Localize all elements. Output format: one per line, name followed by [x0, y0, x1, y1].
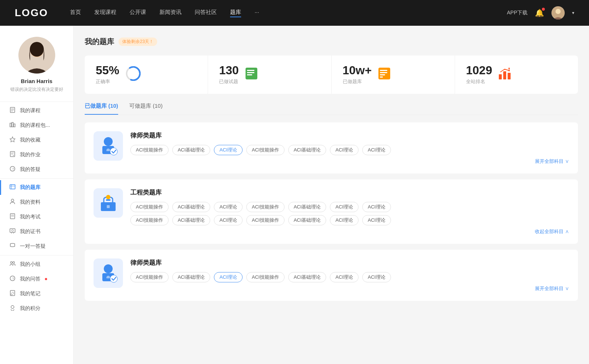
svg-point-61	[104, 264, 113, 273]
course-package-icon	[9, 122, 16, 129]
sidebar-item-points[interactable]: 我的积分	[0, 301, 73, 316]
sidebar-item-course-package[interactable]: 我的课程包...	[0, 118, 73, 133]
svg-point-58	[106, 195, 110, 199]
bank-expand-engineer[interactable]: 收起全部科目 ∧	[130, 228, 569, 235]
sidebar-label: 我的笔记	[20, 290, 40, 297]
bank-tag[interactable]: ACI技能操作	[246, 202, 285, 212]
nav-qa[interactable]: 问答社区	[195, 9, 217, 17]
tab-available-banks[interactable]: 可做题库 (10)	[129, 103, 163, 115]
sidebar-item-my-courses[interactable]: 我的课程	[0, 103, 73, 118]
svg-point-30	[13, 262, 15, 264]
bank-tag[interactable]: ACI技能操作	[130, 272, 169, 282]
sidebar-item-notes[interactable]: 我的笔记	[0, 286, 73, 301]
bank-tag[interactable]: ACI理论	[362, 202, 391, 212]
bank-tag[interactable]: ACI技能操作	[246, 145, 285, 155]
bank-card-title-engineer: 工程类题库	[130, 188, 569, 197]
bank-tag[interactable]: ACI理论	[330, 215, 359, 225]
notification-bell[interactable]: 🔔	[535, 8, 544, 17]
bank-tag-active[interactable]: ACI理论	[214, 272, 243, 282]
user-avatar-sidebar	[18, 37, 55, 74]
sidebar-item-answers[interactable]: ? 我的答疑	[0, 162, 73, 177]
svg-rect-9	[10, 123, 11, 127]
bank-tag[interactable]: ACI理论	[330, 145, 359, 155]
stats-row: 55% 正确率 130 已做试题	[85, 56, 578, 94]
bank-card-title-lawyer-1: 律师类题库	[130, 131, 569, 140]
sidebar-item-certificate[interactable]: 我的证书	[0, 224, 73, 239]
bank-tags-engineer-row1: ACI技能操作 ACI基础理论 ACI理论 ACI技能操作 ACI基础理论 AC…	[130, 202, 569, 212]
notes-icon	[9, 290, 16, 297]
svg-point-53	[104, 137, 113, 146]
bank-tag[interactable]: ACI基础理论	[172, 215, 211, 225]
svg-rect-46	[380, 76, 383, 78]
nav-open-course[interactable]: 公开课	[130, 9, 146, 17]
course-icon	[9, 107, 16, 114]
page-title: 我的题库	[85, 37, 114, 47]
sidebar-label: 我的资料	[20, 199, 40, 206]
bank-expand-lawyer-1[interactable]: 展开全部科目 ∨	[130, 158, 569, 165]
sidebar-item-tutoring[interactable]: 一对一答疑	[0, 239, 73, 254]
bank-card-engineer: 工程类题库 ACI技能操作 ACI基础理论 ACI理论 ACI技能操作 ACI基…	[85, 179, 578, 244]
rank-icon	[498, 67, 511, 83]
bank-tag[interactable]: ACI理论	[362, 145, 391, 155]
sidebar-item-homework[interactable]: 我的作业	[0, 147, 73, 162]
sidebar-item-profile[interactable]: 我的资料	[0, 195, 73, 210]
svg-point-1	[556, 9, 561, 14]
bank-card-lawyer-2: 律师类题库 ACI技能操作 ACI基础理论 ACI理论 ACI技能操作 ACI基…	[85, 250, 578, 301]
bank-card-title-lawyer-2: 律师类题库	[130, 258, 569, 267]
svg-marker-12	[10, 137, 15, 142]
sidebar-item-exam[interactable]: 我的考试	[0, 210, 73, 224]
bank-tag[interactable]: ACI理论	[214, 215, 243, 225]
nav-more[interactable]: ···	[254, 9, 259, 17]
qa-icon: ?	[9, 166, 16, 173]
bank-icon	[9, 184, 16, 191]
sidebar-divider-2	[0, 178, 73, 179]
svg-point-51	[508, 68, 510, 69]
bank-tag[interactable]: ACI基础理论	[288, 145, 327, 155]
bank-card-icon-lawyer	[94, 131, 123, 161]
bank-tag[interactable]: ACI技能操作	[130, 202, 169, 212]
bank-tag[interactable]: ACI理论	[330, 272, 359, 282]
sidebar-item-group[interactable]: 我的小组	[0, 257, 73, 272]
svg-point-4	[30, 42, 44, 57]
user-avatar-nav[interactable]	[551, 6, 565, 19]
svg-rect-42	[378, 68, 390, 79]
sidebar-item-favorites[interactable]: 我的收藏	[0, 133, 73, 147]
bank-expand-lawyer-2[interactable]: 展开全部科目 ∨	[130, 285, 569, 292]
bank-tag[interactable]: ACI理论	[362, 272, 391, 282]
sidebar-item-my-qa[interactable]: ? 我的问答	[0, 272, 73, 286]
bank-tag[interactable]: ACI基础理论	[172, 145, 211, 155]
sidebar-item-question-bank[interactable]: 我的题库	[0, 180, 73, 195]
bank-tag[interactable]: ACI技能操作	[246, 272, 285, 282]
bank-tag[interactable]: ACI理论	[214, 202, 243, 212]
stat-accuracy: 55% 正确率	[85, 56, 208, 94]
bank-tag[interactable]: ACI基础理论	[288, 272, 327, 282]
bank-tag[interactable]: ACI技能操作	[246, 215, 285, 225]
bank-tag[interactable]: ACI基础理论	[172, 272, 211, 282]
user-dropdown-arrow[interactable]: ▾	[572, 10, 574, 15]
qa-notification-dot	[45, 278, 47, 280]
bank-tag[interactable]: ACI理论	[330, 202, 359, 212]
nav-question-bank[interactable]: 题库	[230, 9, 241, 17]
sidebar-label: 我的证书	[20, 228, 40, 235]
bank-tag-active[interactable]: ACI理论	[214, 145, 243, 155]
tab-done-banks[interactable]: 已做题库 (10)	[85, 103, 118, 115]
app-download[interactable]: APP下载	[507, 10, 528, 16]
bank-tag[interactable]: ACI基础理论	[172, 202, 211, 212]
nav-news[interactable]: 新闻资讯	[159, 9, 181, 17]
nav-home[interactable]: 首页	[70, 9, 81, 17]
svg-text:?: ?	[12, 167, 14, 171]
sidebar: Brian Harris 错误的决定比没有决定要好 我的课程 我的课程包... …	[0, 26, 74, 364]
bank-card-icon-lawyer-2	[94, 258, 123, 288]
nav-discover[interactable]: 发现课程	[94, 9, 116, 17]
svg-rect-44	[380, 72, 387, 73]
stat-accuracy-value: 55%	[96, 64, 119, 76]
user-motto: 错误的决定比没有决定要好	[4, 86, 69, 93]
bank-tag[interactable]: ACI基础理论	[288, 202, 327, 212]
user-name: Brian Harris	[21, 78, 53, 84]
bank-tag[interactable]: ACI技能操作	[130, 145, 169, 155]
bank-tag[interactable]: ACI技能操作	[130, 215, 169, 225]
done-banks-icon	[378, 67, 391, 83]
stat-accuracy-label: 正确率	[96, 78, 119, 85]
bank-tag[interactable]: ACI理论	[362, 215, 391, 225]
bank-tag[interactable]: ACI基础理论	[288, 215, 327, 225]
